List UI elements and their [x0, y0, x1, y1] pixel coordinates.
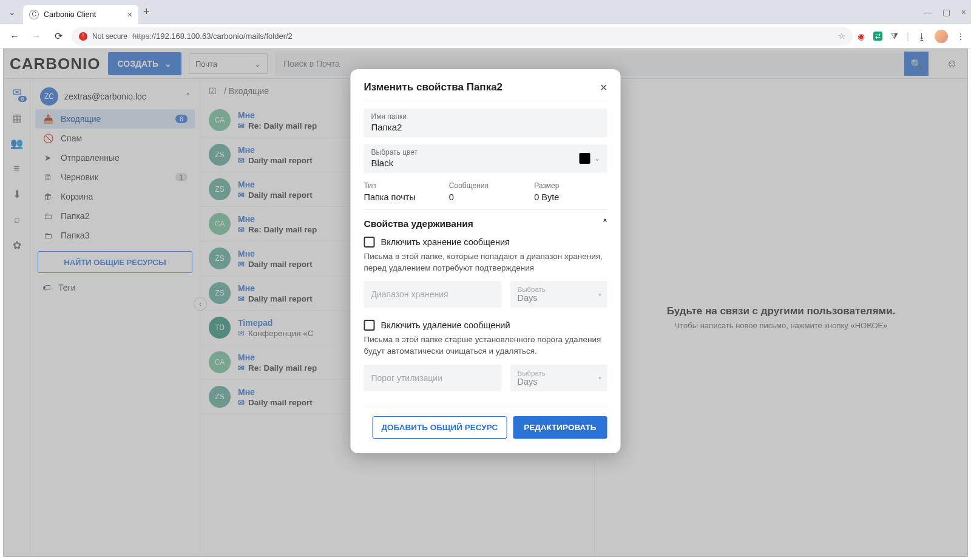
retention-title: Свойства удерживания	[364, 218, 473, 229]
retention-section-header[interactable]: Свойства удерживания ˄	[364, 218, 607, 229]
browser-tab-strip: ⌄ C Carbonio Client × + — ▢ ×	[0, 0, 971, 24]
browser-toolbar: ← → ⟳ ! Not secure https://192.168.100.6…	[0, 24, 971, 49]
window-close-icon[interactable]: ×	[961, 7, 966, 17]
edit-button[interactable]: РЕДАКТИРОВАТЬ	[513, 416, 607, 439]
retain-checkbox-label: Включить хранение сообщения	[381, 237, 510, 247]
tab-favicon-icon: C	[29, 10, 39, 19]
folder-color-label: Выбрать цвет	[371, 148, 418, 157]
browser-tab[interactable]: C Carbonio Client ×	[23, 5, 138, 24]
retain-range-input[interactable]: Диапазон хранения	[364, 281, 502, 308]
delete-unit-select[interactable]: Выбрать Days ▾	[510, 365, 607, 391]
maximize-icon[interactable]: ▢	[942, 7, 950, 17]
meta-msgs-value: 0	[449, 192, 522, 202]
meta-type-label: Тип	[364, 181, 437, 190]
address-bar[interactable]: ! Not secure https://192.168.100.63/carb…	[72, 27, 853, 46]
bookmark-icon[interactable]: ☆	[838, 32, 845, 41]
minimize-icon[interactable]: —	[923, 7, 932, 17]
retain-unit-label: Выбрать	[518, 286, 546, 293]
folder-color-value: Black	[371, 158, 418, 168]
delete-checkbox[interactable]	[364, 320, 375, 331]
close-icon[interactable]: ×	[127, 10, 132, 19]
folder-color-select[interactable]: Выбрать цвет Black ⌄	[364, 144, 607, 173]
back-button[interactable]: ←	[6, 28, 23, 45]
record-icon[interactable]: ◉	[858, 32, 865, 41]
url-text: https://192.168.100.63/carbonio/mails/fo…	[132, 32, 293, 41]
profile-avatar[interactable]	[935, 30, 948, 43]
new-tab-button[interactable]: +	[143, 5, 150, 18]
delete-unit-label: Выбрать	[518, 369, 546, 377]
retain-range-placeholder: Диапазон хранения	[371, 289, 448, 299]
chevron-down-icon: ⌄	[594, 154, 600, 163]
color-swatch-icon	[580, 153, 590, 164]
extensions-icon[interactable]: ⧩	[891, 31, 898, 41]
chevron-down-icon: ▾	[598, 291, 601, 298]
chevron-up-icon: ˄	[603, 218, 607, 229]
divider	[364, 405, 607, 405]
delete-unit-value: Days	[518, 377, 538, 386]
tab-title: Carbonio Client	[44, 10, 123, 19]
chevron-down-icon: ▾	[598, 374, 601, 381]
meta-size-value: 0 Byte	[534, 192, 607, 202]
close-icon[interactable]: ✕	[600, 82, 607, 93]
reload-button[interactable]: ⟳	[50, 28, 67, 45]
folder-meta: Тип Папка почты Сообщения 0 Размер 0 Byt…	[364, 181, 607, 210]
retain-checkbox[interactable]	[364, 237, 375, 248]
meta-msgs-label: Сообщения	[449, 181, 522, 190]
meta-type-value: Папка почты	[364, 192, 437, 202]
retain-unit-value: Days	[518, 293, 538, 303]
window-controls: — ▢ ×	[923, 7, 966, 17]
add-share-button[interactable]: ДОБАВИТЬ ОБЩИЙ РЕСУРС	[372, 416, 507, 439]
folder-name-label: Имя папки	[371, 112, 600, 121]
modal-title: Изменить свойства Папка2	[364, 81, 503, 93]
not-secure-label: Not secure	[92, 32, 127, 41]
retain-description: Письма в этой папке, которые попадают в …	[364, 251, 607, 274]
forward-button[interactable]: →	[28, 28, 45, 45]
meta-size-label: Размер	[534, 181, 607, 190]
delete-range-placeholder: Порог утилизации	[371, 373, 443, 383]
translate-icon[interactable]: ⇄	[873, 32, 882, 41]
downloads-icon[interactable]: ⭳	[918, 32, 926, 41]
folder-name-value: Папка2	[371, 122, 600, 132]
tab-list-dropdown[interactable]: ⌄	[5, 5, 19, 19]
retain-unit-select[interactable]: Выбрать Days ▾	[510, 281, 607, 308]
folder-name-field[interactable]: Имя папки Папка2	[364, 109, 607, 137]
divider: |	[907, 32, 909, 41]
delete-checkbox-label: Включить удаление сообщений	[381, 320, 510, 330]
delete-description: Письма в этой папке старше установленног…	[364, 334, 607, 357]
kebab-menu-icon[interactable]: ⋮	[956, 32, 965, 41]
not-secure-icon: !	[79, 32, 87, 41]
delete-range-input[interactable]: Порог утилизации	[364, 365, 502, 391]
folder-properties-modal: Изменить свойства Папка2 ✕ Имя папки Пап…	[351, 69, 621, 453]
